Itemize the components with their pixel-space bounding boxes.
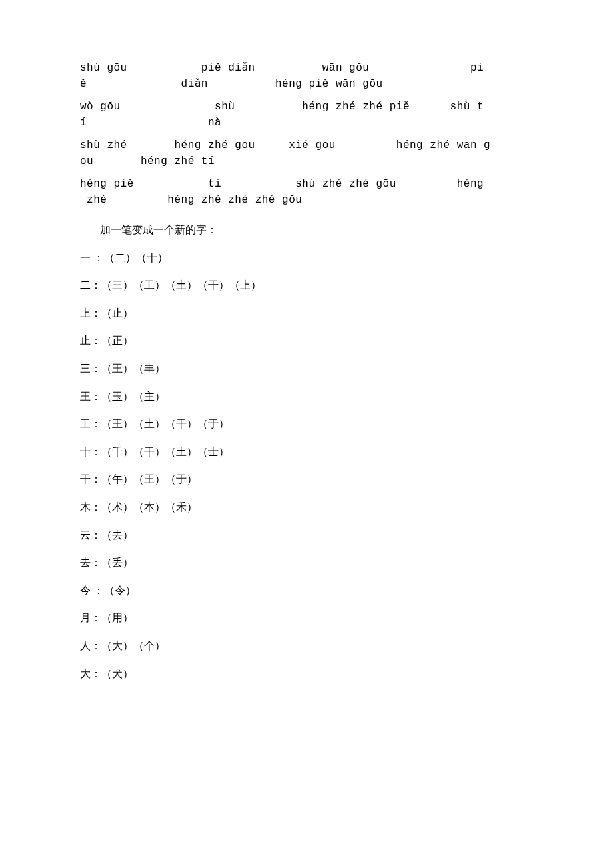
list-item: 十：（千）（干）（土）（士）	[80, 438, 533, 466]
section-heading: 加一笔变成一个新的字：	[80, 216, 533, 244]
pinyin-group-1: shù gōu piě diǎn wān gōu pi ě diǎn héng …	[80, 60, 533, 92]
list-item: 月：（用）	[80, 604, 533, 632]
list-item: 干：（午）（王）（于）	[80, 465, 533, 493]
list-item: 一 ：（二）（十）	[80, 244, 533, 272]
list-item: 二：（三）（工）（土）（干）（上）	[80, 271, 533, 299]
pinyin-group-4: héng piě tí shù zhé zhé gōu héng zhé hén…	[80, 176, 533, 208]
list-item: 去：（丢）	[80, 549, 533, 577]
pinyin-line: í nà	[80, 115, 533, 131]
pinyin-line: shù gōu piě diǎn wān gōu pi	[80, 60, 533, 76]
list-item: 人：（大）（个）	[80, 632, 533, 660]
pinyin-line: wò gōu shù héng zhé zhé piě shù t	[80, 99, 533, 115]
list-item: 止：（正）	[80, 327, 533, 355]
list-item: 王：（玉）（主）	[80, 383, 533, 411]
list-item: 云：（去）	[80, 521, 533, 549]
document-page: shù gōu piě diǎn wān gōu pi ě diǎn héng …	[0, 0, 613, 727]
pinyin-line: héng piě tí shù zhé zhé gōu héng	[80, 176, 533, 192]
list-item: 大：（犬）	[80, 660, 533, 688]
pinyin-line: ě diǎn héng piě wān gōu	[80, 76, 533, 92]
pinyin-group-2: wò gōu shù héng zhé zhé piě shù t í nà	[80, 99, 533, 131]
list-item: 今 ：（令）	[80, 577, 533, 605]
pinyin-line: ōu héng zhé tí	[80, 153, 533, 169]
list-item: 上：（止）	[80, 299, 533, 327]
cjk-section: 加一笔变成一个新的字： 一 ：（二）（十） 二：（三）（工）（土）（干）（上） …	[80, 216, 533, 687]
list-item: 工：（王）（土）（干）（于）	[80, 410, 533, 438]
pinyin-group-3: shù zhé héng zhé gōu xié gōu héng zhé wā…	[80, 137, 533, 169]
list-item: 三：（王）（丰）	[80, 355, 533, 383]
list-item: 木：（术）（本）（禾）	[80, 493, 533, 521]
pinyin-line: zhé héng zhé zhé zhé gōu	[80, 192, 533, 208]
pinyin-line: shù zhé héng zhé gōu xié gōu héng zhé wā…	[80, 137, 533, 153]
